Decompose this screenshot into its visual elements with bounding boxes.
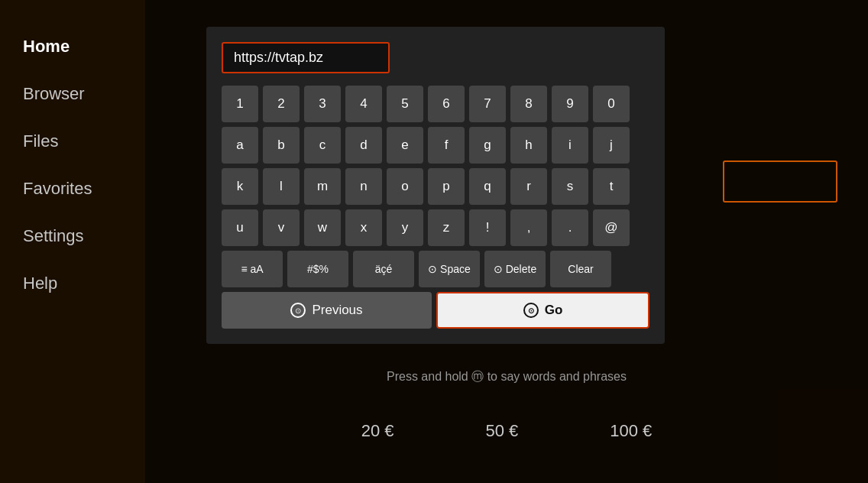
key-y[interactable]: y (387, 209, 423, 246)
key-q[interactable]: q (469, 168, 506, 205)
key-row-a: a b c d e f g h i j (222, 127, 649, 164)
donation-20: 20 € (361, 421, 394, 441)
key-space[interactable]: ⊙ Space (419, 251, 480, 287)
key-exclaim[interactable]: ! (469, 209, 506, 246)
key-delete[interactable]: ⊙ Delete (484, 251, 546, 287)
key-m[interactable]: m (304, 168, 341, 205)
key-r[interactable]: r (510, 168, 547, 205)
key-period[interactable]: . (552, 209, 588, 246)
key-w[interactable]: w (304, 209, 341, 246)
voice-hint: Press and hold ⓜ to say words and phrase… (145, 369, 868, 385)
sidebar-item-favorites[interactable]: Favorites (0, 165, 145, 212)
key-g[interactable]: g (469, 127, 506, 164)
sidebar-item-home[interactable]: Home (0, 23, 145, 70)
right-panel-hint (723, 160, 837, 203)
key-9[interactable]: 9 (552, 86, 588, 122)
key-1[interactable]: 1 (222, 86, 258, 122)
key-j[interactable]: j (593, 127, 630, 164)
key-row-k: k l m n o p q r s t (222, 168, 649, 205)
key-row-u: u v w x y z ! , . @ (222, 209, 649, 246)
key-s[interactable]: s (552, 168, 588, 205)
key-0[interactable]: 0 (593, 86, 630, 122)
key-z[interactable]: z (428, 209, 465, 246)
go-icon: ⊙ (523, 303, 539, 318)
keyboard-dialog: 1 2 3 4 5 6 7 8 9 0 a b c d e f g h i j … (206, 27, 665, 344)
key-row-special: ≡ aA #$% äçé ⊙ Space ⊙ Delete Clear (222, 251, 649, 287)
key-v[interactable]: v (263, 209, 300, 246)
key-c[interactable]: c (304, 127, 341, 164)
previous-button[interactable]: ⊙ Previous (222, 292, 432, 329)
key-3[interactable]: 3 (304, 86, 341, 122)
sidebar-item-files[interactable]: Files (0, 118, 145, 165)
key-2[interactable]: 2 (263, 86, 300, 122)
key-7[interactable]: 7 (469, 86, 506, 122)
keyboard-area: 1 2 3 4 5 6 7 8 9 0 a b c d e f g h i j … (222, 86, 649, 287)
key-o[interactable]: o (387, 168, 423, 205)
key-h[interactable]: h (510, 127, 547, 164)
sidebar-item-help[interactable]: Help (0, 260, 145, 307)
key-comma[interactable]: , (510, 209, 547, 246)
key-accents[interactable]: äçé (353, 251, 414, 287)
key-8[interactable]: 8 (510, 86, 547, 122)
donation-row: 20 € 50 € 100 € (145, 421, 868, 441)
key-t[interactable]: t (593, 168, 630, 205)
key-l[interactable]: l (263, 168, 300, 205)
url-input[interactable] (234, 50, 377, 66)
key-a[interactable]: a (222, 127, 258, 164)
sidebar-item-settings[interactable]: Settings (0, 212, 145, 260)
sidebar-item-browser[interactable]: Browser (0, 70, 145, 118)
key-i[interactable]: i (552, 127, 588, 164)
key-p[interactable]: p (428, 168, 465, 205)
key-b[interactable]: b (263, 127, 300, 164)
key-d[interactable]: d (345, 127, 382, 164)
key-f[interactable]: f (428, 127, 465, 164)
key-k[interactable]: k (222, 168, 258, 205)
key-at[interactable]: @ (593, 209, 630, 246)
go-button[interactable]: ⊙ Go (436, 292, 649, 329)
sidebar: Home Browser Files Favorites Settings He… (0, 0, 145, 483)
donation-50: 50 € (485, 421, 518, 441)
key-u[interactable]: u (222, 209, 258, 246)
url-input-wrapper (222, 42, 390, 73)
key-symbols[interactable]: #$% (287, 251, 348, 287)
key-e[interactable]: e (387, 127, 423, 164)
key-row-numbers: 1 2 3 4 5 6 7 8 9 0 (222, 86, 649, 122)
key-x[interactable]: x (345, 209, 382, 246)
previous-icon: ⊙ (290, 303, 306, 318)
key-5[interactable]: 5 (387, 86, 423, 122)
donation-100: 100 € (610, 421, 652, 441)
key-6[interactable]: 6 (428, 86, 465, 122)
action-row: ⊙ Previous ⊙ Go (222, 292, 649, 329)
key-clear[interactable]: Clear (550, 251, 611, 287)
key-n[interactable]: n (345, 168, 382, 205)
key-4[interactable]: 4 (345, 86, 382, 122)
key-caps[interactable]: ≡ aA (222, 251, 283, 287)
